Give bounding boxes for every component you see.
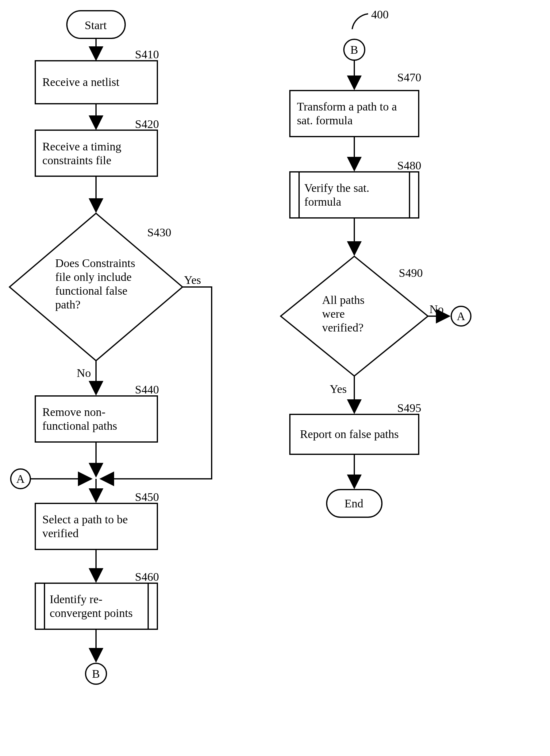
step-s420-label: S420: [135, 118, 159, 130]
svg-rect-7: [35, 583, 157, 629]
svg-rect-6: [35, 503, 157, 549]
figure-label-text: 400: [371, 8, 389, 21]
connector-a-right: A: [451, 306, 471, 326]
step-s460-label: S460: [135, 570, 159, 583]
step-s495-text1: Report on false paths: [300, 428, 399, 440]
step-s420-text1: Receive a timing: [42, 140, 121, 153]
step-s450-label: S450: [135, 490, 159, 503]
yes-label-s430: Yes: [184, 273, 201, 286]
decision-s430-text1: Does Constraints: [55, 257, 135, 269]
step-s410-text1: Receive a netlist: [42, 76, 120, 88]
connector-b-bottom-label: B: [92, 667, 100, 680]
step-s420-text2: constraints file: [42, 154, 111, 167]
end-label: End: [344, 497, 363, 510]
step-s440: S440 Remove non- functional paths: [35, 383, 159, 442]
step-s450-text1: Select a path to be: [42, 513, 128, 526]
step-s440-text1: Remove non-: [42, 405, 106, 418]
decision-s430-text2: file only include: [55, 270, 132, 283]
step-s480-label: S480: [397, 159, 421, 172]
decision-s490-text3: verified?: [322, 321, 363, 334]
no-label-s490: No: [429, 303, 443, 316]
decision-s490-text2: were: [322, 307, 345, 320]
step-s410-label: S410: [135, 48, 159, 61]
yes-label-s490: Yes: [330, 382, 347, 395]
step-s460: S460 Identify re- convergent points: [35, 570, 159, 629]
svg-rect-2: [35, 130, 157, 176]
connector-b-top-label: B: [350, 43, 358, 56]
decision-s490-label: S490: [399, 266, 423, 279]
step-s460-text2: convergent points: [50, 607, 133, 619]
step-s480-text1: Verify the sat.: [304, 181, 369, 194]
step-s450: S450 Select a path to be verified: [35, 490, 159, 549]
decision-s490: S490 All paths were verified?: [281, 256, 428, 376]
step-s480-text2: formula: [304, 195, 341, 208]
svg-rect-13: [290, 172, 419, 218]
step-s470-text2: sat. formula: [297, 114, 353, 127]
connector-a-right-label: A: [457, 310, 465, 323]
step-s410: S410 Receive a netlist: [35, 48, 159, 104]
end-terminator: End: [327, 490, 382, 517]
connector-b-top: B: [344, 39, 365, 60]
connector-a-left-label: A: [16, 472, 25, 485]
svg-rect-4: [35, 396, 157, 442]
step-s480: S480 Verify the sat. formula: [290, 159, 421, 218]
step-s420: S420 Receive a timing constraints file: [35, 118, 159, 176]
step-s495-label: S495: [397, 401, 421, 414]
step-s495: S495 Report on false paths: [290, 401, 421, 454]
step-s470-text1: Transform a path to a: [297, 100, 397, 113]
step-s470-label: S470: [397, 71, 421, 84]
svg-rect-12: [290, 91, 419, 137]
start-terminator: Start: [67, 11, 125, 38]
step-s460-text1: Identify re-: [50, 593, 103, 606]
no-label-s430: No: [77, 366, 91, 379]
step-s440-text2: functional paths: [42, 419, 117, 432]
connector-a-left: A: [11, 469, 30, 489]
decision-s490-text1: All paths: [322, 293, 364, 306]
decision-s430-label: S430: [147, 226, 171, 239]
decision-s430-text4: path?: [55, 298, 80, 311]
step-s470: S470 Transform a path to a sat. formula: [290, 71, 421, 137]
start-label: Start: [85, 19, 107, 32]
decision-s430: S430 Does Constraints file only include …: [10, 213, 183, 361]
connector-b-bottom: B: [86, 663, 107, 684]
step-s440-label: S440: [135, 383, 159, 396]
figure-label: 400: [352, 8, 389, 29]
decision-s430-text3: functional false: [55, 284, 127, 297]
step-s450-text2: verified: [42, 527, 79, 540]
